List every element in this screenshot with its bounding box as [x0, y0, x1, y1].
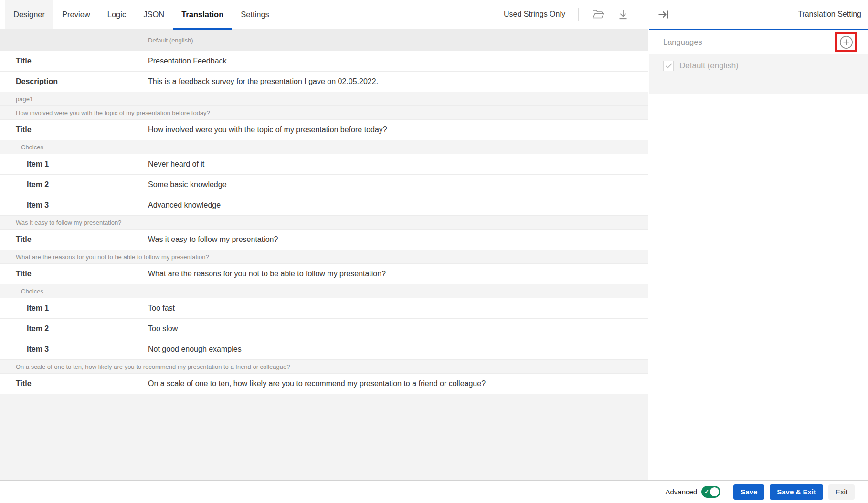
table-section-row: How involved were you with the topic of …: [0, 106, 648, 120]
tab-label: JSON: [143, 10, 164, 19]
row-label: Title: [0, 126, 148, 134]
table-row: Title How involved were you with the top…: [0, 120, 648, 140]
tab[interactable]: JSON: [135, 0, 173, 29]
tab-label: Translation: [181, 10, 223, 19]
row-value-cell[interactable]: How involved were you with the topic of …: [148, 126, 648, 134]
advanced-toggle-label: Advanced: [666, 488, 698, 496]
row-label: Item 2: [0, 180, 148, 189]
used-strings-only-filter[interactable]: Used Strings Only: [504, 10, 565, 19]
tab[interactable]: Preview: [53, 0, 99, 29]
toggle-knob: [710, 487, 719, 496]
default-language-checkbox[interactable]: [663, 61, 674, 71]
row-label: Item 1: [0, 160, 148, 168]
table-section-row: Was it easy to follow my presentation?: [0, 216, 648, 230]
table-row: Item 1 Too fast: [0, 298, 648, 319]
table-row: Item 3 Advanced knowledge: [0, 195, 648, 216]
translation-table: Default (english) Title Presentation Fee…: [0, 30, 648, 394]
section-label: On a scale of one to ten, how likely are…: [16, 363, 290, 370]
import-button[interactable]: [592, 9, 604, 20]
tab[interactable]: Logic: [99, 0, 135, 29]
tab-label: Designer: [13, 10, 45, 19]
table-row: Title What are the reasons for you not t…: [0, 264, 648, 284]
table-section-row: On a scale of one to ten, how likely are…: [0, 360, 648, 374]
translation-main-area: Designer Preview Logic JSON Translation …: [0, 0, 648, 480]
row-value-cell[interactable]: Never heard of it: [148, 160, 648, 168]
row-value-cell[interactable]: What are the reasons for you not to be a…: [148, 270, 648, 278]
table-section-row: Choices: [0, 284, 648, 298]
folder-open-icon: [592, 9, 604, 20]
section-label: Was it easy to follow my presentation?: [16, 219, 121, 226]
view-tabs: Designer Preview Logic JSON Translation …: [5, 0, 278, 29]
tab-label: Settings: [241, 10, 269, 19]
section-label: How involved were you with the topic of …: [16, 109, 210, 116]
save-button[interactable]: Save: [733, 484, 764, 500]
row-label: Title: [0, 235, 148, 244]
table-row: Title Was it easy to follow my presentat…: [0, 230, 648, 250]
footer-action-bar: Advanced ✓ Save Save & Exit Exit: [0, 480, 868, 503]
table-row: Item 2 Too slow: [0, 319, 648, 339]
exit-button[interactable]: Exit: [828, 484, 855, 500]
table-section-row: page1: [0, 92, 648, 106]
toggle-check-icon: ✓: [704, 488, 709, 496]
tab[interactable]: Translation: [173, 0, 232, 29]
row-value-cell[interactable]: On a scale of one to ten, how likely are…: [148, 379, 648, 388]
annotation-highlight: [835, 32, 857, 52]
language-item-default: Default (english): [663, 61, 854, 71]
tab-bar: Designer Preview Logic JSON Translation …: [0, 0, 648, 30]
row-label: Item 3: [0, 201, 148, 210]
tab-label: Logic: [107, 10, 126, 19]
row-label: Description: [0, 77, 148, 86]
table-row: Item 2 Some basic knowledge: [0, 175, 648, 195]
table-row: Item 3 Not good enough examples: [0, 339, 648, 360]
table-row: Description This is a feedback survey fo…: [0, 72, 648, 92]
add-language-button[interactable]: [839, 35, 853, 49]
save-and-exit-button[interactable]: Save & Exit: [770, 484, 823, 500]
row-value-cell[interactable]: Not good enough examples: [148, 345, 648, 354]
row-label: Title: [0, 57, 148, 65]
table-row: Title Presentation Feedback: [0, 51, 648, 72]
table-section-row: What are the reasons for you not to be a…: [0, 250, 648, 264]
collapse-panel-button[interactable]: [657, 9, 669, 21]
export-button[interactable]: [617, 9, 629, 21]
section-label: page1: [16, 95, 33, 103]
row-label: Item 3: [0, 345, 148, 354]
row-value-cell[interactable]: Was it easy to follow my presentation?: [148, 235, 648, 244]
row-value-cell[interactable]: Too slow: [148, 325, 648, 333]
advanced-toggle[interactable]: ✓: [701, 486, 720, 498]
tab-label: Preview: [62, 10, 90, 19]
languages-header-label: Languages: [663, 38, 702, 47]
row-value-cell[interactable]: This is a feedback survey for the presen…: [148, 77, 648, 86]
table-row: Title On a scale of one to ten, how like…: [0, 374, 648, 394]
language-item-label: Default (english): [679, 61, 739, 71]
row-value-cell[interactable]: Presentation Feedback: [148, 57, 648, 65]
default-language-column-header: Default (english): [148, 37, 193, 44]
languages-header: Languages: [649, 30, 868, 54]
table-column-header-row: Default (english): [0, 30, 648, 51]
row-label: Title: [0, 379, 148, 388]
checkmark-icon: [665, 63, 672, 69]
table-row: Item 1 Never heard of it: [0, 154, 648, 175]
section-label: What are the reasons for you not to be a…: [16, 253, 209, 261]
translation-settings-panel: Translation Setting Languages: [649, 0, 868, 480]
collapse-panel-icon: [657, 9, 669, 21]
row-label: Item 2: [0, 325, 148, 333]
download-icon: [617, 9, 629, 21]
panel-title: Translation Setting: [798, 10, 861, 19]
toolbar: Used Strings Only: [504, 0, 648, 29]
toolbar-divider: [578, 8, 579, 21]
row-value-cell[interactable]: Advanced knowledge: [148, 201, 648, 210]
section-label: Choices: [21, 144, 43, 151]
section-label: Choices: [21, 288, 43, 295]
row-value-cell[interactable]: Some basic knowledge: [148, 180, 648, 189]
row-label: Title: [0, 270, 148, 278]
panel-header: Translation Setting: [649, 0, 868, 29]
row-label: Item 1: [0, 304, 148, 313]
survey-creator-translation-page: Designer Preview Logic JSON Translation …: [0, 0, 868, 503]
tab[interactable]: Settings: [232, 0, 278, 29]
languages-list: Default (english): [649, 54, 868, 94]
table-section-row: Choices: [0, 140, 648, 154]
plus-circle-icon: [839, 35, 853, 49]
tab[interactable]: Designer: [5, 0, 53, 29]
row-value-cell[interactable]: Too fast: [148, 304, 648, 313]
